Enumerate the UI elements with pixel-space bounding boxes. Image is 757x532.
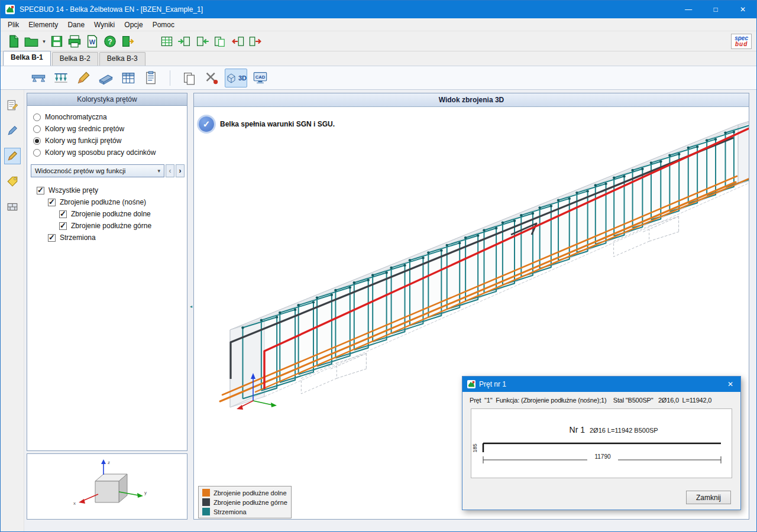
radio-label: Kolory wg funkcji prętów bbox=[45, 137, 121, 145]
exit-icon bbox=[121, 35, 135, 48]
tree-item[interactable]: Strzemiona bbox=[27, 232, 187, 244]
tree-item-label: Zbrojenie podłużne górne bbox=[71, 222, 151, 230]
open-file-dropdown[interactable]: ▾ bbox=[41, 33, 47, 50]
logo-line1: spec bbox=[735, 35, 748, 41]
toolbar-separator bbox=[170, 70, 170, 86]
tree-item[interactable]: Wszystkie pręty bbox=[27, 184, 187, 196]
panel-splitter[interactable]: ◄ bbox=[189, 93, 193, 520]
bar-visibility-tree: Wszystkie pręty Zbrojenie podłużne (nośn… bbox=[27, 184, 187, 244]
cad-icon: CAD bbox=[253, 71, 268, 85]
view-3d-button[interactable]: 3D bbox=[225, 69, 247, 87]
help-button[interactable]: ? bbox=[102, 33, 118, 50]
bar-info-text: Pręt "1" Funkcja: (Zbrojenie podłużne (n… bbox=[462, 392, 740, 406]
elements-table-button[interactable] bbox=[158, 33, 175, 50]
next-filter-button[interactable]: › bbox=[176, 164, 185, 177]
visibility-dropdown[interactable]: Widoczność prętów wg funkcji ▾ bbox=[31, 164, 164, 177]
menu-item[interactable]: Elementy bbox=[24, 19, 63, 31]
menu-item[interactable]: Wyniki bbox=[89, 19, 119, 31]
bar-tools-button[interactable] bbox=[202, 69, 221, 87]
print-button[interactable] bbox=[66, 33, 83, 50]
close-button[interactable]: ✕ bbox=[729, 1, 756, 18]
rebar-pen-icon bbox=[7, 150, 18, 162]
tree-item[interactable]: Zbrojenie podłużne dolne bbox=[27, 208, 187, 220]
add-element-button[interactable] bbox=[176, 33, 193, 50]
dialog-close-icon[interactable]: ✕ bbox=[720, 377, 740, 392]
legend-swatch bbox=[202, 498, 210, 506]
beam-3d-model-button[interactable] bbox=[96, 69, 115, 87]
logo-line2: bud bbox=[735, 41, 748, 47]
geometry-sheet-icon bbox=[7, 99, 18, 111]
insert-element-button[interactable] bbox=[194, 33, 211, 50]
tab[interactable]: Belka B-1 bbox=[3, 51, 51, 66]
help-glyph: ? bbox=[108, 37, 112, 46]
radio-option[interactable]: Monochromatyczna bbox=[27, 111, 187, 123]
menu-item[interactable]: Pomoc bbox=[148, 19, 179, 31]
checkbox[interactable] bbox=[37, 187, 44, 194]
radio-option[interactable]: Kolory wg średnic prętów bbox=[27, 123, 187, 135]
maximize-button[interactable]: □ bbox=[702, 1, 729, 18]
radio-label: Kolory wg średnic prętów bbox=[45, 125, 124, 133]
beam-scheme-button[interactable] bbox=[29, 69, 48, 87]
report-button[interactable] bbox=[141, 69, 160, 87]
tab[interactable]: Belka B-2 bbox=[52, 52, 98, 66]
reinforcement-view-button[interactable] bbox=[4, 148, 21, 164]
geometry-button[interactable] bbox=[4, 97, 21, 113]
copy-element-button[interactable] bbox=[212, 33, 228, 50]
previous-element-icon bbox=[231, 35, 245, 48]
menu-item[interactable]: Plik bbox=[3, 19, 24, 31]
tree-item[interactable]: Zbrojenie podłużne górne bbox=[27, 220, 187, 232]
loads-edit-button[interactable] bbox=[4, 122, 21, 139]
close-dialog-button[interactable]: Zamknij bbox=[686, 491, 731, 504]
tree-item[interactable]: Zbrojenie podłużne (nośne) bbox=[27, 196, 187, 208]
tab-label: Belka B-3 bbox=[107, 54, 138, 63]
checkbox[interactable] bbox=[48, 199, 56, 206]
bar-colors-panel: Kolorystyka prętów Monochromatyczna Kolo… bbox=[27, 93, 187, 451]
blue-pen-icon bbox=[7, 125, 18, 137]
checkbox[interactable] bbox=[59, 210, 67, 218]
print-icon bbox=[67, 35, 82, 48]
exit-button[interactable] bbox=[119, 33, 136, 50]
tab[interactable]: Belka B-3 bbox=[99, 52, 145, 66]
word-export-icon: W bbox=[86, 35, 99, 48]
copy-view-button[interactable] bbox=[180, 69, 199, 87]
legend-label: Strzemiona bbox=[213, 508, 247, 515]
radio-circle bbox=[33, 137, 41, 145]
dialog-titlebar[interactable]: Pręt nr 1 ✕ bbox=[462, 377, 740, 392]
labels-button[interactable] bbox=[4, 173, 21, 190]
bar-shape-drawing: Nr 1 2Ø16 L=11942 B500SP 185 11790 bbox=[471, 409, 732, 478]
minimize-button[interactable]: — bbox=[675, 1, 702, 18]
left-icon-strip bbox=[1, 90, 24, 531]
radio-option[interactable]: Kolory wg funkcji prętów bbox=[27, 135, 187, 147]
results-table-button[interactable] bbox=[119, 69, 138, 87]
save-button[interactable] bbox=[48, 33, 65, 50]
loads-button[interactable] bbox=[51, 69, 70, 87]
new-file-button[interactable] bbox=[5, 33, 22, 50]
open-file-button[interactable] bbox=[23, 33, 40, 50]
previous-element-button[interactable] bbox=[229, 33, 246, 50]
menu-item[interactable]: Dane bbox=[63, 19, 89, 31]
main-toolbar: ▾ W ? bbox=[1, 31, 756, 51]
radio-option[interactable]: Kolory wg sposobu pracy odcinków bbox=[27, 147, 187, 158]
axis-y-label: y bbox=[144, 490, 147, 495]
tag-icon bbox=[7, 176, 18, 187]
sections-button[interactable] bbox=[4, 199, 21, 215]
new-file-icon bbox=[7, 35, 20, 48]
application-window: SPECBUD 14 - Belka Żelbetowa EN - [BZEN_… bbox=[0, 0, 757, 532]
visibility-dropdown-value: Widoczność prętów wg funkcji bbox=[35, 167, 125, 174]
menu-item[interactable]: Opcje bbox=[119, 19, 147, 31]
checkbox[interactable] bbox=[48, 234, 56, 242]
dialog-title: Pręt nr 1 bbox=[479, 380, 506, 388]
dialog-app-icon bbox=[467, 380, 475, 388]
export-word-button[interactable]: W bbox=[84, 33, 101, 50]
visibility-combo-row: Widoczność prętów wg funkcji ▾ ‹ › bbox=[31, 164, 185, 177]
reinforcement-edit-button[interactable] bbox=[74, 69, 93, 87]
bar-cutter-icon bbox=[205, 71, 219, 85]
status-text: Belka spełnia warunki SGN i SGU. bbox=[220, 120, 335, 128]
export-cad-button[interactable]: CAD bbox=[251, 69, 270, 87]
view-title: Widok zbrojenia 3D bbox=[194, 93, 749, 107]
prev-filter-button[interactable]: ‹ bbox=[166, 164, 174, 177]
delete-element-button[interactable] bbox=[247, 33, 264, 50]
axis-x-label: x bbox=[73, 501, 76, 506]
orientation-cube[interactable]: z y x bbox=[63, 459, 151, 515]
checkbox[interactable] bbox=[59, 222, 67, 230]
